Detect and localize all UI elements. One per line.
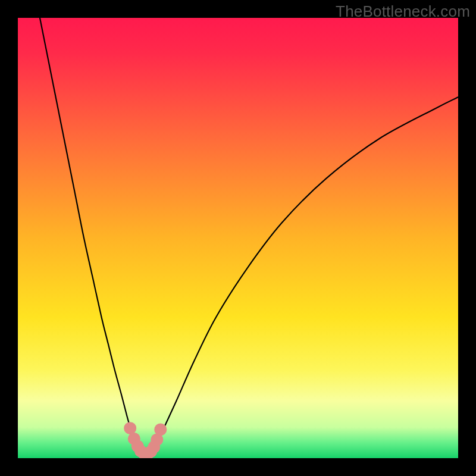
plot-area: [18, 18, 458, 458]
bottleneck-marker: [154, 423, 167, 436]
outer-frame: TheBottleneck.com: [0, 0, 476, 476]
chart-svg: [18, 18, 458, 458]
